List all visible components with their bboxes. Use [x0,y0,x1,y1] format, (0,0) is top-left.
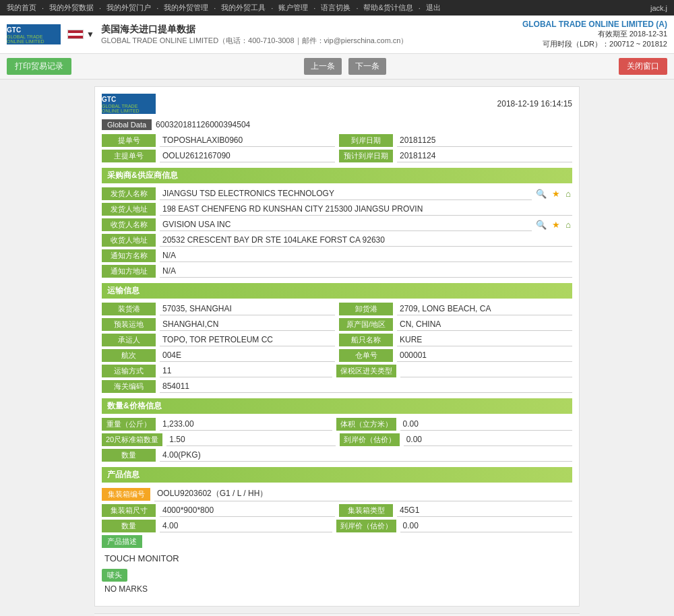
nav-tools[interactable]: 我的外贸工具 [221,3,266,13]
main-content: GTC GLOBAL TRADE ONLINE LIMITED 2018-12-… [0,80,674,616]
weight-value: 1,233.00 [160,418,332,431]
product-desc-value: TOUCH MONITOR [102,551,572,566]
product-price-value: 0.00 [400,520,573,532]
landing-price-label: 到岸价（估价） [340,433,400,446]
search-icon-2[interactable]: 🔍 [534,220,548,230]
voyage-row: 航次 004E 仓单号 000001 [102,349,572,362]
record-logo-subtext: GLOBAL TRADE ONLINE LIMITED [102,104,156,113]
shipper-address-value: 198 EAST CHENFENG RD KUNSHAN CITY 215300… [160,203,572,216]
load-port-value: 57035, SHANGHAI [160,303,335,315]
record-datetime: 2018-12-19 16:14:15 [497,99,572,109]
arrival-date-label: 到岸日期 [339,134,393,147]
transport-mode-label: 运输方式 [102,365,156,377]
bonded-label: 保税区进关类型 [336,365,396,377]
company-info: GLOBAL TRADE ONLINE LIMITED（电话：400-710-3… [101,36,408,46]
home-icon-2[interactable]: ⌂ [564,220,572,230]
header-left: GTC GLOBAL TRADE ONLINE LIMITED ▼ 美国海关进口… [7,24,408,46]
shipper-address-row: 发货人地址 198 EAST CHENFENG RD KUNSHAN CITY … [102,203,572,216]
container-num-value: OOLU9203602（G1 / L / HH） [154,487,572,501]
container-size-row: 集装箱尺寸 4000*900*800 集装箱类型 45G1 [102,504,572,517]
transport-section-header: 运输信息 [102,283,572,299]
warehouse-value: 000001 [397,349,572,362]
page-title: 美国海关进口提单数据 [101,24,408,36]
nav-language[interactable]: 语言切换 [321,3,350,13]
qty-label: 数量 [102,449,156,462]
product-section-header: 产品信息 [102,467,572,483]
nav-portal[interactable]: 我的外贸门户 [106,3,151,13]
global-data-badge: Global Data [102,119,152,130]
bill-number-value: TOPOSHALAXIB0960 [160,134,335,147]
record-logo: GTC GLOBAL TRADE ONLINE LIMITED [102,94,156,114]
nav-trade-data[interactable]: 我的外贸数据 [49,3,94,13]
user-info: jack.j [650,4,667,12]
prev-button-top[interactable]: 上一条 [304,58,342,75]
shipper-address-label: 发货人地址 [102,203,156,216]
master-bill-row: 主提单号 OOLU2612167090 预计到岸日期 20181124 [102,150,572,162]
notify-address-value: N/A [160,265,572,278]
notify-address-row: 通知方地址 N/A [102,265,572,278]
customs-code-value: 854011 [160,380,572,393]
country-label: 原产国/地区 [339,318,393,331]
nav-account[interactable]: 账户管理 [278,3,308,13]
mark-label-btn[interactable]: 唛头 [102,569,127,582]
product-desc-area: 产品描述 TOUCH MONITOR [102,535,572,566]
account-info: GLOBAL TRADE ONLINE LIMITED (A) 有效期至 201… [522,20,667,49]
search-icon[interactable]: 🔍 [534,189,548,199]
master-bill-value: OOLU2612167090 [160,150,335,162]
shipper-name-label: 发货人名称 [102,187,156,200]
header-title-area: 美国海关进口提单数据 GLOBAL TRADE ONLINE LIMITED（电… [101,24,408,46]
flag-icon [67,30,84,39]
voyage-value: 004E [160,349,335,362]
record-logo-img: GTC GLOBAL TRADE ONLINE LIMITED [102,94,156,114]
container-num-row: 集装箱编号 OOLU9203602（G1 / L / HH） [102,487,572,501]
nav-help[interactable]: 帮助&货计信息 [363,3,412,13]
bottom-info-bar: 美国海关进口提单数据 1 / 1 600320181126000394504 [94,613,580,616]
landing-price-value: 0.00 [404,433,572,446]
nav-home[interactable]: 我的首页 [7,3,36,13]
consignee-name-value: GVISION USA INC [160,218,532,231]
teu-row: 20尺标准箱数量 1.50 到岸价（估价） 0.00 [102,433,572,446]
notify-name-value: N/A [160,249,572,262]
notify-name-label: 通知方名称 [102,249,156,262]
home-icon[interactable]: ⌂ [564,189,572,199]
global-data-value: 600320181126000394504 [156,120,250,129]
supplier-section-header: 采购商&供应商信息 [102,168,572,183]
carrier-row: 承运人 TOPO, TOR PETROLEUM CC 船只名称 KURE [102,334,572,346]
header: GTC GLOBAL TRADE ONLINE LIMITED ▼ 美国海关进口… [0,16,674,54]
print-button-top[interactable]: 打印贸易记录 [7,58,71,75]
master-bill-label: 主提单号 [102,150,156,162]
consignee-address-label: 收货人地址 [102,234,156,247]
star-icon-2[interactable]: ★ [551,220,561,230]
weight-label: 重量（公斤） [102,418,156,431]
nav-management[interactable]: 我的外贸管理 [164,3,208,13]
flag-selector[interactable]: ▼ [67,30,94,39]
vessel-value: KURE [397,334,572,346]
teu-value: 1.50 [166,433,335,446]
est-arrival-label: 预计到岸日期 [339,150,393,162]
volume-label: 体积（立方米） [336,418,396,431]
consignee-name-row: 收货人名称 GVISION USA INC 🔍 ★ ⌂ [102,218,572,231]
bonded-value [400,365,573,377]
port-row: 装货港 57035, SHANGHAI 卸货港 2709, LONG BEACH… [102,303,572,315]
origin-row: 预装运地 SHANGHAI,CN 原产国/地区 CN, CHINA [102,318,572,331]
consignee-address-row: 收货人地址 20532 CRESCENT BAY DR STE 104LAKE … [102,234,572,247]
product-qty-label: 数量 [102,520,156,532]
consignee-address-value: 20532 CRESCENT BAY DR STE 104LAKE FORST … [160,234,572,247]
navigation-buttons: 上一条 下一条 [304,58,386,75]
pre-ship-value: SHANGHAI,CN [160,318,335,331]
qty-value: 4.00(PKG) [160,449,572,462]
container-num-label: 集装箱编号 [102,488,150,501]
global-data-row: Global Data 600320181126000394504 [102,119,572,130]
record-header: GTC GLOBAL TRADE ONLINE LIMITED 2018-12-… [102,94,572,114]
quantity-section-header: 数量&价格信息 [102,398,572,414]
consignee-name-label: 收货人名称 [102,218,156,231]
star-icon[interactable]: ★ [551,189,561,199]
carrier-label: 承运人 [102,334,156,346]
ldr-info: 可用时段（LDR）：200712 ~ 201812 [522,39,667,49]
mark-value: NO MARKS [102,582,572,596]
next-button-top[interactable]: 下一条 [348,58,386,75]
close-button-top[interactable]: 关闭窗口 [619,58,667,75]
nav-logout[interactable]: 退出 [426,3,441,13]
product-qty-row: 数量 4.00 到岸价（估价） 0.00 [102,520,572,532]
warehouse-label: 仓单号 [339,349,393,362]
